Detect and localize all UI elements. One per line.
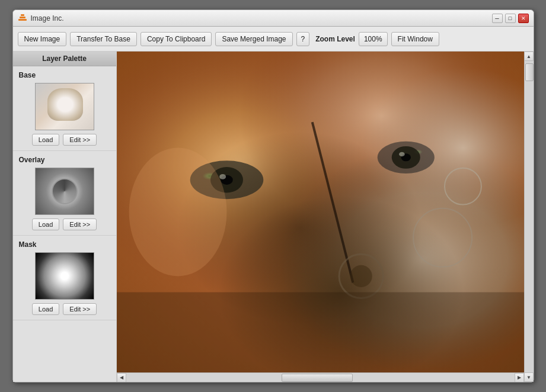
svg-rect-1 [20, 17, 25, 18]
base-layer-section: Base Load Edit >> [13, 66, 116, 151]
v-scroll-thumb[interactable] [525, 63, 534, 81]
h-scroll-thumb[interactable] [282, 374, 353, 382]
overlay-load-button[interactable]: Load [32, 219, 59, 230]
sidebar-title: Layer Palette [13, 52, 116, 66]
svg-point-17 [399, 152, 405, 157]
scroll-right-arrow[interactable]: ▶ [515, 373, 524, 383]
minimize-button[interactable]: ─ [492, 14, 503, 23]
zoom-level-label: Zoom Level [315, 35, 355, 43]
mask-layer-section: Mask Load Edit >> [13, 236, 116, 320]
mask-layer-buttons: Load Edit >> [19, 303, 110, 315]
scroll-left-arrow[interactable]: ◀ [117, 373, 126, 383]
canvas-with-scrollbar: ◀ ▶ ▲ ▼ [117, 52, 534, 382]
overlay-layer-title: Overlay [19, 156, 110, 164]
maximize-button[interactable]: □ [505, 14, 516, 23]
mask-load-button[interactable]: Load [32, 303, 59, 315]
help-button[interactable]: ? [296, 32, 310, 46]
title-bar: Image Inc. ─ □ ✕ [13, 10, 534, 27]
save-merged-image-button[interactable]: Save Merged Image [215, 32, 292, 46]
canvas-scroll-area [117, 52, 524, 372]
title-bar-left: Image Inc. [18, 14, 64, 23]
transfer-to-base-button[interactable]: Transfer To Base [70, 32, 137, 46]
overlay-layer-thumbnail [35, 168, 94, 215]
svg-rect-24 [117, 293, 524, 373]
base-layer-title: Base [19, 71, 110, 79]
base-load-button[interactable]: Load [32, 134, 59, 146]
base-layer-buttons: Load Edit >> [19, 134, 110, 146]
composite-image [117, 52, 524, 372]
layer-palette-sidebar: Layer Palette Base Load Edit >> Overlay [13, 52, 117, 382]
fit-window-button[interactable]: Fit Window [391, 32, 439, 46]
window-title: Image Inc. [31, 14, 64, 23]
overlay-layer-buttons: Load Edit >> [19, 219, 110, 230]
base-layer-thumbnail [35, 83, 94, 130]
mask-layer-thumbnail [35, 252, 94, 300]
toolbar: New Image Transfer To Base Copy To Clipb… [13, 27, 534, 52]
scroll-down-arrow[interactable]: ▼ [524, 372, 534, 382]
main-window: Image Inc. ─ □ ✕ New Image Transfer To B… [12, 9, 534, 383]
svg-rect-0 [18, 19, 27, 21]
horizontal-scrollbar: ◀ ▶ [117, 372, 524, 382]
mask-thumbnail-image [36, 253, 94, 299]
scroll-up-arrow[interactable]: ▲ [524, 52, 534, 61]
mask-layer-title: Mask [19, 240, 110, 249]
svg-point-13 [219, 174, 226, 179]
svg-point-23 [129, 148, 226, 277]
zoom-value-display: 100% [359, 32, 388, 46]
canvas-container: ◀ ▶ ▲ ▼ [117, 52, 534, 382]
title-bar-controls: ─ □ ✕ [492, 14, 529, 23]
canvas-inner: ◀ ▶ [117, 52, 524, 382]
main-area: Layer Palette Base Load Edit >> Overlay [13, 52, 534, 382]
new-image-button[interactable]: New Image [18, 32, 67, 46]
svg-rect-2 [21, 14, 24, 16]
close-button[interactable]: ✕ [518, 14, 529, 23]
mask-edit-button[interactable]: Edit >> [63, 303, 97, 315]
copy-to-clipboard-button[interactable]: Copy To Clipboard [141, 32, 212, 46]
app-icon [18, 14, 27, 23]
h-scroll-track[interactable] [126, 373, 515, 382]
overlay-edit-button[interactable]: Edit >> [63, 219, 97, 230]
base-edit-button[interactable]: Edit >> [63, 134, 97, 146]
base-thumbnail-image [36, 83, 94, 130]
vertical-scrollbar: ▲ ▼ [524, 52, 534, 382]
svg-point-20 [350, 265, 372, 287]
overlay-layer-section: Overlay Load Edit >> [13, 151, 116, 236]
overlay-thumbnail-image [36, 168, 94, 214]
v-scroll-track[interactable] [525, 61, 534, 372]
